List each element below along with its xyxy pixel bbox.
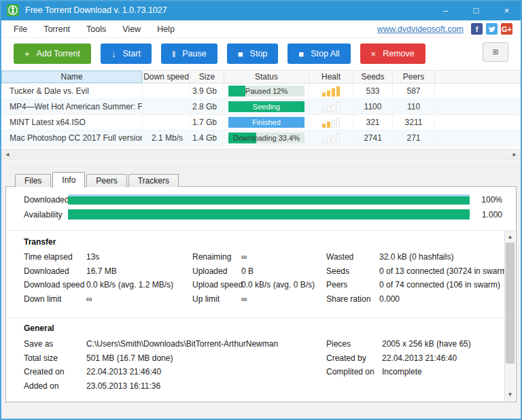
field-value: C:\Users\Smith\Downloads\BitTorrent-Arth… bbox=[86, 339, 278, 349]
horizontal-scrollbar[interactable]: ◄ ► bbox=[1, 149, 521, 160]
app-icon bbox=[7, 4, 19, 16]
website-link[interactable]: www.dvdvideosoft.com bbox=[377, 24, 464, 34]
table-row[interactable]: Tucker & Dale vs. Evil3.9 GbPaused 12%53… bbox=[1, 84, 521, 99]
field-label: Complited on bbox=[326, 365, 382, 379]
torrent-name: Mac Photoshop CC 2017 Full version... bbox=[1, 130, 143, 145]
health-bar bbox=[327, 122, 330, 128]
start-icon: ↓ bbox=[111, 50, 116, 58]
field-label: Pieces bbox=[326, 337, 382, 351]
twitter-icon[interactable] bbox=[486, 23, 498, 35]
remove-button[interactable]: ×Remove bbox=[360, 43, 425, 64]
detail-tabs: FilesInfoPeersTrackers bbox=[15, 171, 180, 187]
field-label: Download speed bbox=[24, 278, 86, 292]
minimize-button[interactable]: – bbox=[430, 0, 461, 20]
health-bar bbox=[336, 86, 340, 97]
health-bar bbox=[327, 137, 330, 143]
field-label: Peers bbox=[326, 278, 379, 292]
field-renaiming: Renaiming∞ bbox=[192, 250, 315, 264]
status-label: Downloading 33.4% bbox=[228, 133, 304, 143]
stop-button[interactable]: ■Stop bbox=[227, 43, 279, 64]
field-label: Save as bbox=[24, 337, 86, 351]
menu-items: FileTorrentToolsViewHelp bbox=[5, 24, 183, 34]
scroll-down-icon[interactable]: ▼ bbox=[505, 390, 515, 400]
field-label: Time elapsed bbox=[24, 250, 86, 264]
scroll-left-icon[interactable]: ◄ bbox=[5, 150, 10, 160]
field-added-on: Added on23.05.2013 16:11:36 bbox=[24, 379, 278, 393]
health-bar bbox=[332, 88, 335, 97]
toolbar: +Add Torrent↓Start‖Pause■Stop■Stop All×R… bbox=[1, 38, 521, 69]
table-row[interactable]: MP4—Wet Hot American Summer: Fi...2.8 Gb… bbox=[1, 99, 521, 115]
add-torrent-button[interactable]: +Add Torrent bbox=[14, 43, 91, 64]
column-header-status[interactable]: Status bbox=[224, 71, 309, 83]
google-plus-icon[interactable]: G+ bbox=[501, 23, 512, 35]
transfer-section-title: Transfer bbox=[24, 237, 56, 247]
general-column-2: Pieces2005 x 256 kB (have 65)Created by2… bbox=[326, 337, 471, 379]
health-bar bbox=[327, 90, 330, 97]
column-header-peers[interactable]: Peers bbox=[393, 71, 435, 83]
field-value: 0 of 13 connected (30724 in swarm) bbox=[379, 266, 509, 276]
scroll-up-icon[interactable]: ▲ bbox=[505, 232, 515, 242]
tab-peers[interactable]: Peers bbox=[86, 174, 126, 187]
torrent-seeds: 2741 bbox=[353, 130, 393, 145]
menu-item-tools[interactable]: Tools bbox=[78, 24, 114, 34]
table-body: Tucker & Dale vs. Evil3.9 GbPaused 12%53… bbox=[1, 84, 521, 146]
pause-button[interactable]: ‖Pause bbox=[161, 43, 218, 64]
hamburger-menu-button[interactable]: ≡ bbox=[483, 42, 508, 62]
field-pieces: Pieces2005 x 256 kB (have 65) bbox=[326, 337, 471, 351]
torrent-seeds: 533 bbox=[353, 84, 393, 99]
table-row[interactable]: Mac Photoshop CC 2017 Full version...2.1… bbox=[1, 130, 521, 146]
column-header-down-speed[interactable]: Down speed bbox=[143, 71, 190, 83]
column-header-size[interactable]: Size bbox=[190, 71, 224, 83]
column-header-seeds[interactable]: Seeds bbox=[353, 71, 393, 83]
progress-value: 100% bbox=[475, 195, 502, 205]
stop-icon: ■ bbox=[238, 50, 243, 58]
scrollbar-thumb[interactable] bbox=[506, 243, 515, 364]
field-value: 0.0 kB/s (avg. 1.2 MB/s) bbox=[86, 280, 173, 290]
health-bar bbox=[327, 106, 330, 112]
status-label: Seeding bbox=[228, 101, 304, 112]
column-header-name[interactable]: Name bbox=[1, 71, 143, 83]
menu-item-torrent[interactable]: Torrent bbox=[35, 24, 78, 34]
torrent-health-cell bbox=[309, 130, 353, 145]
field-label: Up limit bbox=[192, 292, 241, 307]
field-total-size: Total size501 MB (16.7 MB done) bbox=[24, 351, 278, 366]
start-button[interactable]: ↓Start bbox=[101, 43, 152, 64]
field-created-on: Created on22.04.2013 21:46:40 bbox=[24, 365, 278, 379]
field-save-as: Save asC:\Users\Smith\Downloads\BitTorre… bbox=[24, 337, 278, 351]
column-header-filler bbox=[435, 71, 521, 83]
row-filler bbox=[435, 130, 521, 145]
field-value: 0.000 bbox=[379, 294, 400, 304]
field-label: Down limit bbox=[24, 292, 86, 307]
stop-all-button[interactable]: ■Stop All bbox=[288, 43, 350, 64]
field-value: 0 of 74 connected (106 in swarm) bbox=[379, 280, 500, 290]
facebook-icon[interactable]: f bbox=[471, 23, 483, 35]
general-section-title: General bbox=[24, 323, 54, 333]
menu-item-view[interactable]: View bbox=[114, 24, 149, 34]
facebook-glyph: f bbox=[476, 25, 478, 33]
field-down-limit: Down limit∞ bbox=[24, 292, 173, 307]
vertical-scrollbar[interactable]: ▲ ▼ bbox=[504, 231, 515, 401]
table-header-row: NameDown speedSizeStatusHealtSeedsPeers bbox=[1, 70, 521, 84]
maximize-button[interactable]: □ bbox=[461, 0, 491, 20]
tab-info[interactable]: Info bbox=[52, 172, 85, 188]
progress-row-availability: Availability1.000 bbox=[24, 209, 502, 220]
close-button[interactable]: × bbox=[491, 0, 522, 20]
progress-label: Downloaded bbox=[24, 195, 68, 205]
torrent-size: 3.9 Gb bbox=[190, 84, 224, 99]
field-seeds: Seeds0 of 13 connected (30724 in swarm) bbox=[326, 264, 509, 279]
scroll-right-icon[interactable]: ► bbox=[512, 150, 517, 160]
health-bar bbox=[322, 124, 326, 128]
field-created-by: Created by22.04.2013 21:46:40 bbox=[326, 351, 471, 366]
window-controls: – □ × bbox=[430, 0, 522, 20]
torrent-down-speed bbox=[143, 99, 190, 114]
column-header-healt[interactable]: Healt bbox=[309, 71, 353, 83]
field-value: 2005 x 256 kB (have 65) bbox=[382, 339, 471, 349]
menu-item-help[interactable]: Help bbox=[149, 24, 183, 34]
table-row[interactable]: MINT Latest x64.ISO1.7 GbFinished3213211 bbox=[1, 115, 521, 130]
tab-trackers[interactable]: Trackers bbox=[128, 174, 179, 187]
info-panel: Downloaded100%Availability1.000 Transfer… bbox=[5, 186, 517, 402]
health-bar bbox=[336, 133, 340, 143]
tab-files[interactable]: Files bbox=[15, 174, 51, 187]
menu-item-file[interactable]: File bbox=[5, 24, 35, 34]
google-plus-glyph: G+ bbox=[502, 25, 512, 33]
